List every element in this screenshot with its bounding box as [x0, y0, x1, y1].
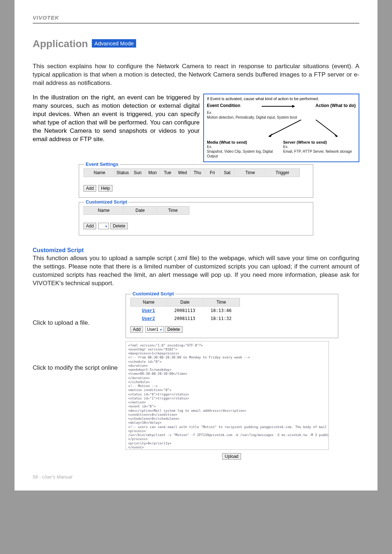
row1-date: 20081113 — [167, 315, 203, 323]
col-name: Name — [84, 169, 115, 177]
event-help-button[interactable]: Help — [98, 185, 113, 192]
cs-top-headers: Name Date Time — [83, 206, 189, 215]
upload-button[interactable]: Upload — [222, 453, 241, 460]
event-condition-label: Event Condition — [207, 103, 240, 110]
upload-caption: Click to upload a file. — [33, 319, 120, 327]
cs-top-delete-button[interactable]: Delete — [110, 223, 128, 229]
cs-top-col-date: Date — [124, 206, 156, 214]
svg-line-0 — [269, 120, 301, 136]
script-link-user2[interactable]: User2 — [142, 316, 155, 321]
arrow-right-icon — [262, 106, 294, 107]
col-wed: Wed — [175, 169, 190, 177]
col-thu: Thu — [190, 169, 205, 177]
col-fri: Fri — [205, 169, 220, 177]
customized-script-legend-bottom: Customized Script — [131, 291, 175, 296]
cs-top-select[interactable]: ▾ — [98, 223, 109, 229]
server-label: Server (Where to send) — [283, 140, 356, 144]
diagram-top-note: If Event is activated, cause what kind o… — [207, 97, 356, 101]
cs-bottom-select[interactable]: User1▾ — [145, 326, 164, 333]
svg-marker-1 — [269, 134, 272, 137]
cs-bottom-add-button[interactable]: Add — [130, 326, 143, 333]
cs-bottom-col-name: Name — [131, 298, 167, 306]
diagram-branch-arrows — [207, 120, 356, 138]
table-row: User2 20081113 18:11:32 — [130, 315, 239, 323]
cs-bottom-delete-button[interactable]: Delete — [165, 326, 183, 333]
col-sat: Sat — [220, 169, 235, 177]
page-footer: 56 - User's Manual — [33, 474, 359, 480]
ex-label-1: Ex. — [207, 110, 356, 115]
ex-label-2: Ex. — [207, 144, 279, 149]
col-sun: Sun — [130, 169, 145, 177]
customized-script-panel-bottom: Customized Script Name Date Time User1 2… — [126, 294, 338, 338]
col-mon: Mon — [145, 169, 160, 177]
cs-bottom-col-time: Time — [203, 298, 240, 306]
advanced-mode-badge: Advanced Mode — [92, 39, 136, 48]
row0-date: 20081113 — [167, 307, 203, 315]
event-diagram: If Event is activated, cause what kind o… — [203, 94, 359, 162]
left-paragraph: In the illustration on the right, an eve… — [33, 94, 200, 144]
col-tue: Tue — [160, 169, 175, 177]
col-status: Status — [115, 169, 130, 177]
event-settings-headers: Name Status Sun Mon Tue Wed Thu Fri Sat … — [83, 168, 300, 177]
chevron-down-icon: ▾ — [105, 224, 107, 228]
ex-label-3: Ex. — [283, 144, 356, 149]
svg-marker-3 — [334, 134, 338, 137]
event-add-button[interactable]: Add — [83, 185, 96, 192]
header-rule — [33, 23, 359, 24]
chevron-down-icon: ▾ — [160, 328, 162, 332]
cs-bottom-col-date: Date — [167, 298, 203, 306]
cs-top-add-button[interactable]: Add — [83, 223, 96, 229]
row1-time: 18:11:32 — [203, 315, 239, 323]
customized-script-heading: Customized Script — [33, 247, 359, 254]
customized-script-paragraph: This function allows you to upload a sam… — [33, 254, 359, 288]
condition-examples: Motion detection, Periodically, Digital … — [207, 115, 356, 120]
event-settings-legend: Event Settings — [84, 161, 120, 167]
modify-caption: Click to modify the script online — [33, 364, 120, 372]
server-examples: Email, FTP, HTTP Server, Network storage — [283, 149, 356, 154]
cs-top-col-time: Time — [157, 206, 189, 214]
cs-bottom-headers: Name Date Time — [130, 298, 240, 307]
script-link-user1[interactable]: User1 — [142, 308, 155, 313]
event-settings-panel: Event Settings Name Status Sun Mon Tue W… — [79, 164, 313, 240]
col-time: Time — [235, 169, 266, 177]
cs-top-col-name: Name — [84, 206, 124, 214]
table-row: User1 20081113 18:13:46 — [130, 307, 239, 315]
col-trigger: Trigger — [266, 169, 299, 177]
action-label: Action (What to do) — [315, 103, 356, 110]
brand: VIVOTEK — [33, 15, 359, 21]
media-examples: Snapshot, Video Clip, System log, Digita… — [207, 149, 279, 159]
intro-paragraph: This section explains how to configure t… — [33, 62, 359, 87]
script-editor[interactable]: <?xml version="1.0" encoding="UTF-8"?> <… — [126, 341, 329, 450]
page-title: Application — [33, 38, 88, 50]
row0-time: 18:13:46 — [203, 307, 239, 315]
media-label: Media (What to send) — [207, 140, 279, 144]
customized-script-legend-top: Customized Script — [84, 199, 128, 205]
